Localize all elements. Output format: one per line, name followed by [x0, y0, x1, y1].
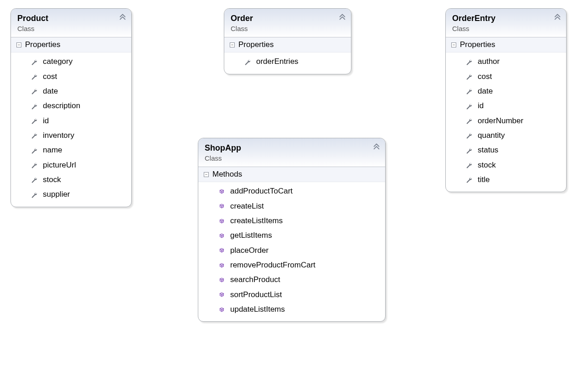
- property-wrench-icon: [31, 192, 37, 198]
- property-wrench-icon: [31, 59, 37, 65]
- member-row[interactable]: orderNumber: [446, 114, 566, 128]
- member-label: cost: [43, 71, 57, 83]
- collapse-chevron-icon[interactable]: [119, 12, 127, 21]
- member-label: createListItems: [230, 215, 283, 227]
- property-wrench-icon: [31, 118, 37, 124]
- property-wrench-icon: [31, 73, 37, 80]
- member-label: orderNumber: [478, 115, 523, 127]
- member-row[interactable]: quantity: [446, 128, 566, 143]
- method-cube-icon: [218, 233, 225, 239]
- collapse-chevron-icon[interactable]: [338, 12, 346, 21]
- property-wrench-icon: [31, 177, 37, 183]
- expand-minus-icon[interactable]: −: [204, 172, 209, 177]
- member-row[interactable]: status: [446, 143, 566, 157]
- member-row[interactable]: inventory: [11, 128, 131, 143]
- member-label: removeProductFromCart: [230, 259, 315, 271]
- member-label: cost: [478, 71, 492, 83]
- section-header-methods[interactable]: −Methods: [198, 167, 385, 182]
- member-row[interactable]: description: [11, 99, 131, 113]
- member-row[interactable]: id: [446, 99, 566, 113]
- expand-minus-icon[interactable]: −: [230, 42, 235, 47]
- class-title: OrderEntry: [452, 13, 560, 24]
- member-row[interactable]: author: [446, 54, 566, 69]
- member-label: date: [43, 85, 58, 97]
- method-cube-icon: [218, 218, 225, 224]
- member-row[interactable]: name: [11, 143, 131, 157]
- section-label: Methods: [212, 170, 242, 179]
- class-title: ShopApp: [205, 143, 379, 153]
- method-cube-icon: [218, 188, 225, 195]
- member-row[interactable]: removeProductFromCart: [198, 258, 385, 272]
- section-header-properties[interactable]: −Properties: [224, 37, 351, 52]
- class-subtitle: Class: [17, 25, 125, 32]
- member-row[interactable]: stock: [446, 158, 566, 173]
- member-row[interactable]: category: [11, 54, 131, 69]
- member-label: description: [43, 100, 80, 112]
- member-label: stock: [478, 159, 496, 171]
- member-row[interactable]: createListItems: [198, 214, 385, 228]
- section-label: Properties: [25, 40, 60, 49]
- method-cube-icon: [218, 292, 225, 298]
- member-row[interactable]: getListItems: [198, 228, 385, 243]
- member-row[interactable]: date: [11, 84, 131, 99]
- member-label: sortProductList: [230, 289, 282, 301]
- property-wrench-icon: [466, 103, 472, 110]
- collapse-chevron-icon[interactable]: [372, 142, 381, 150]
- member-row[interactable]: addProductToCart: [198, 184, 385, 199]
- member-label: createList: [230, 200, 264, 212]
- member-row[interactable]: placeOrder: [198, 243, 385, 258]
- section-header-properties[interactable]: −Properties: [11, 37, 131, 52]
- property-wrench-icon: [31, 103, 37, 110]
- property-wrench-icon: [244, 59, 251, 65]
- property-wrench-icon: [466, 59, 472, 65]
- member-label: pictureUrl: [43, 159, 76, 171]
- member-label: supplier: [43, 188, 70, 200]
- class-title: Order: [231, 13, 345, 24]
- member-row[interactable]: stock: [11, 173, 131, 187]
- class-box-shopapp[interactable]: ShopAppClass−MethodsaddProductToCartcrea…: [198, 138, 386, 322]
- member-row[interactable]: title: [446, 173, 566, 187]
- property-wrench-icon: [466, 88, 472, 94]
- section-header-properties[interactable]: −Properties: [446, 37, 566, 52]
- method-cube-icon: [218, 203, 225, 209]
- member-row[interactable]: date: [446, 84, 566, 99]
- member-row[interactable]: cost: [446, 69, 566, 84]
- property-wrench-icon: [31, 147, 37, 154]
- member-label: orderEntries: [256, 56, 299, 68]
- member-row[interactable]: createList: [198, 199, 385, 214]
- member-row[interactable]: searchProduct: [198, 272, 385, 287]
- member-label: id: [43, 115, 49, 127]
- member-label: name: [43, 144, 62, 156]
- collapse-chevron-icon[interactable]: [553, 12, 562, 21]
- class-header[interactable]: OrderClass: [224, 9, 351, 37]
- section-label: Properties: [460, 40, 495, 49]
- member-row[interactable]: sortProductList: [198, 288, 385, 302]
- member-row[interactable]: supplier: [11, 187, 131, 202]
- member-row[interactable]: updateListItems: [198, 302, 385, 317]
- expand-minus-icon[interactable]: −: [16, 42, 21, 47]
- member-row[interactable]: pictureUrl: [11, 158, 131, 173]
- class-box-product[interactable]: ProductClass−Propertiescategorycostdated…: [10, 8, 132, 207]
- property-wrench-icon: [31, 88, 37, 94]
- property-wrench-icon: [466, 132, 472, 139]
- member-row[interactable]: orderEntries: [224, 54, 351, 69]
- member-label: placeOrder: [230, 245, 268, 256]
- class-header[interactable]: ProductClass: [11, 9, 131, 37]
- member-row[interactable]: cost: [11, 69, 131, 84]
- method-cube-icon: [218, 262, 225, 268]
- class-header[interactable]: OrderEntryClass: [446, 9, 566, 37]
- property-wrench-icon: [31, 162, 37, 168]
- member-list: categorycostdatedescriptionidinventoryna…: [11, 52, 131, 206]
- member-row[interactable]: id: [11, 114, 131, 128]
- method-cube-icon: [218, 247, 225, 254]
- member-label: author: [478, 56, 500, 68]
- class-box-orderentry[interactable]: OrderEntryClass−Propertiesauthorcostdate…: [445, 8, 567, 192]
- member-label: id: [478, 100, 484, 112]
- class-subtitle: Class: [452, 25, 560, 32]
- expand-minus-icon[interactable]: −: [451, 42, 456, 47]
- member-label: searchProduct: [230, 274, 280, 286]
- class-header[interactable]: ShopAppClass: [198, 138, 385, 167]
- class-box-order[interactable]: OrderClass−PropertiesorderEntries: [224, 8, 351, 74]
- property-wrench-icon: [466, 118, 472, 124]
- member-label: date: [478, 85, 493, 97]
